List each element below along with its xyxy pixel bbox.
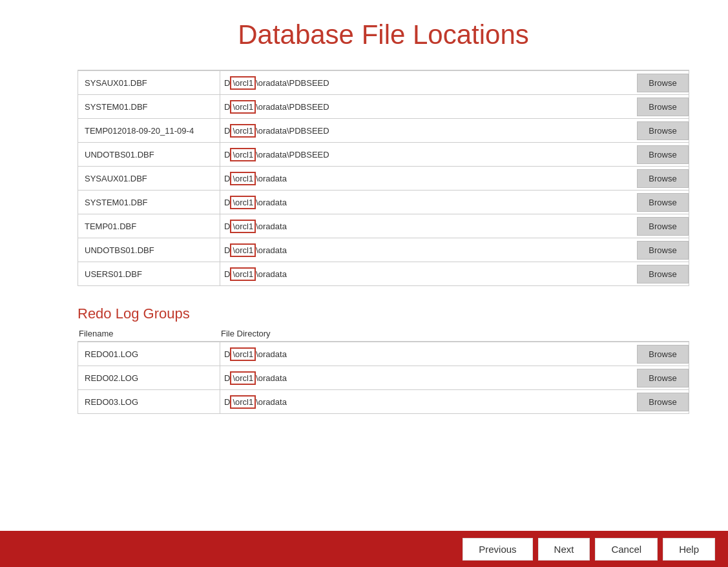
browse-button[interactable]: Browse [637, 193, 689, 212]
dir-suffix: \oradata [256, 245, 287, 255]
browse-button[interactable]: Browse [637, 145, 689, 164]
filename-cell: UNDOTBS01.DBF [78, 238, 220, 262]
filename-cell: SYSAUX01.DBF [78, 71, 220, 94]
filename-cell: TEMP01.DBF [78, 214, 220, 238]
dir-highlight: \orcl1 [230, 220, 256, 233]
redo-col-headers: Filename File Directory [78, 329, 689, 338]
directory-cell: D\orcl1\oradata [220, 217, 633, 236]
dir-highlight: \orcl1 [230, 347, 256, 361]
table-row: REDO02.LOG D\orcl1\oradata Browse [78, 366, 689, 390]
table-row: SYSAUX01.DBF D\orcl1\oradata Browse [78, 167, 689, 191]
browse-button[interactable]: Browse [637, 217, 689, 236]
browse-button[interactable]: Browse [637, 345, 689, 364]
next-button[interactable]: Next [538, 538, 590, 561]
dir-highlight: \orcl1 [230, 172, 256, 185]
directory-cell: D\orcl1\oradata\PDBSEED [220, 145, 633, 164]
scroll-area[interactable]: Database File Locations SYSAUX01.DBF D\o… [0, 0, 728, 531]
browse-button[interactable]: Browse [637, 121, 689, 140]
main-content: Database File Locations SYSAUX01.DBF D\o… [0, 0, 728, 531]
dir-suffix: \oradata [256, 349, 287, 359]
dir-highlight: \orcl1 [230, 196, 256, 209]
table-row: USERS01.DBF D\orcl1\oradata Browse [78, 262, 689, 286]
dir-prefix: D [224, 245, 230, 255]
dir-prefix: D [224, 397, 230, 407]
browse-button[interactable]: Browse [637, 241, 689, 260]
filename-cell: UNDOTBS01.DBF [78, 143, 220, 166]
filename-cell: REDO02.LOG [78, 366, 220, 389]
dir-suffix: \oradata\PDBSEED [256, 126, 329, 136]
filename-cell: SYSAUX01.DBF [78, 167, 220, 190]
directory-cell: D\orcl1\oradata [220, 345, 633, 364]
dir-suffix: \oradata\PDBSEED [256, 102, 329, 112]
dir-highlight: \orcl1 [230, 243, 256, 257]
table-row: UNDOTBS01.DBF D\orcl1\oradata Browse [78, 238, 689, 262]
directory-cell: D\orcl1\oradata\PDBSEED [220, 121, 633, 140]
table-row: TEMP012018-09-20_11-09-4 D\orcl1\oradata… [78, 119, 689, 143]
table-row: SYSAUX01.DBF D\orcl1\oradata\PDBSEED Bro… [78, 70, 689, 95]
table-row: REDO03.LOG D\orcl1\oradata Browse [78, 390, 689, 414]
filename-cell: SYSTEM01.DBF [78, 95, 220, 118]
directory-cell: D\orcl1\oradata [220, 169, 633, 188]
dir-prefix: D [224, 102, 230, 112]
dir-prefix: D [224, 222, 230, 231]
dir-prefix: D [224, 349, 230, 359]
filename-cell: REDO01.LOG [78, 342, 220, 366]
dir-prefix: D [224, 373, 230, 383]
filename-cell: REDO03.LOG [78, 390, 220, 413]
redo-log-table: REDO01.LOG D\orcl1\oradata Browse REDO02… [78, 341, 689, 414]
table-row: TEMP01.DBF D\orcl1\oradata Browse [78, 214, 689, 238]
col-header-filename: Filename [79, 329, 221, 338]
browse-button[interactable]: Browse [637, 393, 689, 411]
directory-cell: D\orcl1\oradata [220, 265, 633, 284]
dir-prefix: D [224, 269, 230, 279]
table-row: SYSTEM01.DBF D\orcl1\oradata Browse [78, 191, 689, 214]
directory-cell: D\orcl1\oradata\PDBSEED [220, 74, 633, 92]
directory-cell: D\orcl1\oradata\PDBSEED [220, 98, 633, 116]
filename-cell: TEMP012018-09-20_11-09-4 [78, 119, 220, 142]
dir-suffix: \oradata\PDBSEED [256, 78, 329, 88]
browse-button[interactable]: Browse [637, 265, 689, 284]
dir-suffix: \oradata [256, 174, 287, 183]
directory-cell: D\orcl1\oradata [220, 393, 633, 411]
browse-button[interactable]: Browse [637, 169, 689, 188]
help-button[interactable]: Help [663, 538, 715, 561]
dir-prefix: D [224, 174, 230, 183]
dir-suffix: \oradata\PDBSEED [256, 150, 329, 160]
dir-suffix: \oradata [256, 198, 287, 207]
dir-highlight: \orcl1 [230, 76, 256, 90]
directory-cell: D\orcl1\oradata [220, 241, 633, 260]
dir-prefix: D [224, 150, 230, 160]
dir-suffix: \oradata [256, 397, 287, 407]
dir-highlight: \orcl1 [230, 148, 256, 161]
dir-highlight: \orcl1 [230, 124, 256, 138]
page-title: Database File Locations [78, 19, 689, 50]
dir-suffix: \oradata [256, 269, 287, 279]
table-row: REDO01.LOG D\orcl1\oradata Browse [78, 342, 689, 366]
redo-log-section-title: Redo Log Groups [78, 305, 689, 322]
previous-button[interactable]: Previous [463, 538, 532, 561]
table-row: UNDOTBS01.DBF D\orcl1\oradata\PDBSEED Br… [78, 143, 689, 167]
col-header-directory: File Directory [221, 329, 689, 338]
browse-button[interactable]: Browse [637, 74, 689, 92]
dir-prefix: D [224, 78, 230, 88]
table-row: SYSTEM01.DBF D\orcl1\oradata\PDBSEED Bro… [78, 95, 689, 119]
dir-highlight: \orcl1 [230, 371, 256, 385]
directory-cell: D\orcl1\oradata [220, 369, 633, 387]
dir-suffix: \oradata [256, 222, 287, 231]
dir-highlight: \orcl1 [230, 395, 256, 409]
directory-cell: D\orcl1\oradata [220, 193, 633, 212]
dir-highlight: \orcl1 [230, 267, 256, 281]
footer: Previous Next Cancel Help [0, 531, 728, 567]
filename-cell: USERS01.DBF [78, 262, 220, 285]
db-files-table: SYSAUX01.DBF D\orcl1\oradata\PDBSEED Bro… [78, 70, 689, 286]
dir-prefix: D [224, 198, 230, 207]
dir-prefix: D [224, 126, 230, 136]
dir-suffix: \oradata [256, 373, 287, 383]
dir-highlight: \orcl1 [230, 100, 256, 114]
cancel-button[interactable]: Cancel [595, 538, 658, 561]
browse-button[interactable]: Browse [637, 369, 689, 387]
browse-button[interactable]: Browse [637, 98, 689, 116]
filename-cell: SYSTEM01.DBF [78, 191, 220, 214]
